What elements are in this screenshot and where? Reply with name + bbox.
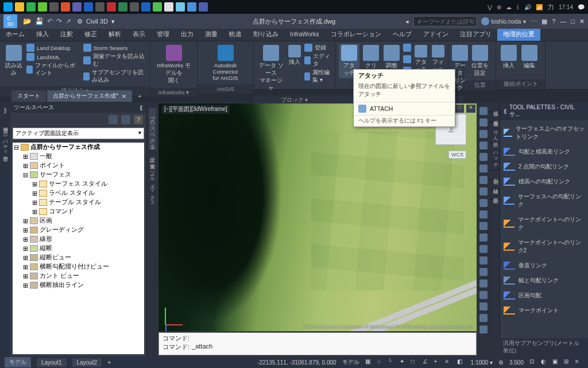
nav-icon[interactable]: [479, 164, 488, 172]
taskbar-icon[interactable]: [61, 2, 70, 12]
taskbar-icon[interactable]: [153, 2, 162, 12]
taskbar-icon[interactable]: [95, 2, 105, 12]
nav-icon[interactable]: [479, 141, 488, 150]
palette-item[interactable]: マークポイントへのリンク2: [502, 236, 586, 257]
close-icon[interactable]: ✕: [122, 93, 126, 99]
nav-icon[interactable]: [479, 130, 488, 138]
tab-layout1[interactable]: Layout1: [37, 358, 67, 367]
track-icon[interactable]: ∠: [423, 358, 431, 366]
taskbar-icon[interactable]: [49, 2, 59, 12]
search-input[interactable]: [413, 16, 477, 26]
properties-label[interactable]: 画層プロパティ管理: [2, 124, 9, 152]
land-desktop-item[interactable]: Land Desktop: [26, 44, 80, 52]
nav-icon[interactable]: [479, 233, 488, 241]
taskbar-icon[interactable]: [107, 2, 116, 12]
nav-icon[interactable]: [479, 153, 488, 161]
palette-item[interactable]: 垂直リンク: [502, 259, 586, 272]
menu-tab[interactable]: 割り込み: [247, 29, 284, 41]
taskbar-icon[interactable]: [84, 2, 93, 12]
taskbar-icon[interactable]: [187, 2, 196, 12]
palette-item[interactable]: サーフェスへの勾配リンク: [502, 190, 586, 211]
gear-icon[interactable]: ⚙: [498, 359, 504, 366]
app-icon[interactable]: ▦: [541, 18, 547, 25]
palette-item[interactable]: サーフェス上へのオフセットリンク: [502, 122, 586, 143]
sb-icon[interactable]: ▣: [552, 358, 560, 366]
tpy-icon[interactable]: ◧: [457, 358, 465, 366]
palette-tab[interactable]: 破線: [489, 180, 500, 190]
palette-item[interactable]: 区画勾配: [502, 289, 586, 302]
grid-icon[interactable]: ▦: [365, 358, 373, 366]
sb-icon[interactable]: ⊞: [564, 358, 572, 366]
tab-layout2[interactable]: Layout2: [72, 358, 102, 367]
edit-point-button[interactable]: 編集: [520, 44, 539, 71]
nav-icon[interactable]: [479, 245, 488, 253]
menu-tab[interactable]: 表示: [127, 29, 151, 41]
nav-icon[interactable]: [479, 314, 488, 322]
wifi-icon[interactable]: 📶: [536, 4, 543, 10]
share-icon[interactable]: ↗: [65, 17, 71, 25]
ortho-icon[interactable]: └: [388, 358, 396, 366]
storm-sewers-item[interactable]: Storm Sewers: [83, 44, 147, 52]
palette-item[interactable]: 勾配と標高差リンク: [502, 145, 586, 158]
add-layout-icon[interactable]: +: [107, 359, 111, 366]
toolbox-tab[interactable]: ツール ボックス: [149, 163, 156, 206]
palette-tab[interactable]: 剖面: [489, 170, 500, 180]
editor-item[interactable]: エディタ: [304, 53, 331, 68]
menu-tab[interactable]: コラボレーション: [325, 29, 387, 41]
clock[interactable]: 17:14: [559, 4, 573, 10]
user-menu[interactable]: toshio.noda ▾: [481, 17, 527, 25]
menu-tab[interactable]: 地理的位置: [497, 29, 540, 41]
palette-tab[interactable]: 断面: [489, 190, 500, 200]
close-icon[interactable]: ✕: [579, 18, 585, 25]
palette-tab[interactable]: せん断: [489, 122, 500, 143]
taskbar-icon[interactable]: [141, 2, 150, 12]
xref-item[interactable]: [403, 55, 411, 63]
menu-tab[interactable]: InfraWorks: [284, 29, 325, 41]
toolspace-tree[interactable]: ⊟点群からサーフェス作成 ⊞一般 ⊞ポイント ⊟サーフェス ⊞サーフェス スタイ…: [13, 143, 144, 354]
nav-icon[interactable]: [479, 279, 488, 288]
notification-icon[interactable]: 💬: [578, 4, 585, 10]
ts-icon[interactable]: [109, 115, 118, 124]
menu-tab[interactable]: アドイン: [417, 29, 454, 41]
import-subassembly-item[interactable]: サブアセンブリを読み込み: [83, 69, 147, 84]
nav-icon[interactable]: [479, 210, 488, 218]
taskbar-icon[interactable]: [72, 2, 82, 12]
nav-icon[interactable]: [479, 118, 488, 126]
nav-icon[interactable]: [479, 187, 488, 195]
sb-icon[interactable]: ≡: [575, 358, 583, 366]
menu-tab[interactable]: ホーム: [0, 29, 30, 41]
taskbar-icon[interactable]: [38, 2, 47, 12]
insert-point-button[interactable]: 挿入: [500, 44, 518, 71]
snap-icon[interactable]: ⊹: [377, 358, 385, 366]
osnap-icon[interactable]: □: [411, 358, 419, 366]
model-space-button[interactable]: モデル: [342, 358, 359, 366]
taskbar-icon[interactable]: [164, 2, 173, 12]
landxml-item[interactable]: LandXML: [26, 53, 80, 61]
nav-icon[interactable]: [479, 199, 488, 207]
taskbar-icon[interactable]: [3, 2, 13, 12]
doc-tab-start[interactable]: スタート: [11, 90, 46, 102]
menu-tab[interactable]: 解析: [103, 29, 127, 41]
palette-item[interactable]: マークポイントへのリンク: [502, 213, 586, 234]
arcgis-connector-button[interactable]: Autodesk Connector for ArcGIS: [201, 44, 250, 82]
panel-title[interactable]: InfraWorks ▾: [150, 88, 197, 97]
sb-icon[interactable]: ⊡: [529, 358, 537, 366]
menu-tab[interactable]: 挿入: [30, 29, 55, 41]
help-icon[interactable]: ?: [552, 18, 555, 25]
datasource-manager-button[interactable]: データ ソース マネージャ: [257, 44, 285, 93]
menu-tab[interactable]: 修正: [79, 29, 103, 41]
taskbar-icon[interactable]: [176, 2, 185, 12]
open-icon[interactable]: 📂: [23, 17, 32, 25]
dyn-icon[interactable]: +: [434, 358, 442, 366]
tray-icon[interactable]: ⊕: [497, 4, 501, 10]
set-location-button[interactable]: 位置を 設定: [470, 44, 490, 78]
adjust-button[interactable]: 調整: [382, 44, 401, 71]
import-button[interactable]: 読み込み: [3, 44, 24, 78]
palette-tab[interactable]: ハッチ: [489, 143, 500, 170]
points-from-file-item[interactable]: ファイルからポイント: [26, 62, 80, 77]
nav-icon[interactable]: [479, 176, 488, 184]
attr-edit-item[interactable]: 属性編集 ▾: [304, 69, 331, 84]
palette-tab[interactable]: 座標系: [489, 112, 500, 122]
palette-tab[interactable]: 拡張: [489, 102, 500, 112]
close-icon[interactable]: ✕: [466, 105, 475, 113]
